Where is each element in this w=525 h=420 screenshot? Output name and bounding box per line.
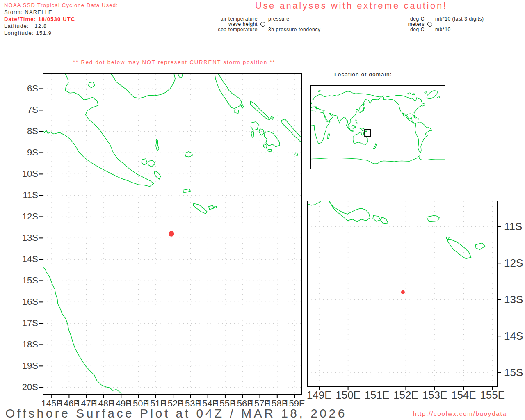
coastline-png-mainland xyxy=(43,74,154,187)
lat-tick-label: 17S xyxy=(5,318,38,329)
coastline-new-guinea-world xyxy=(360,128,368,132)
lat-tick-label: 11S xyxy=(5,190,38,201)
world-map-border xyxy=(311,85,445,169)
legend-sea-temp-label: sea temperature xyxy=(204,27,258,32)
legend-units-left-column: deg C meters deg C xyxy=(371,16,425,32)
coastline-eurasia xyxy=(311,91,382,127)
inset-zoom-map xyxy=(308,201,497,386)
domain-map-title: Location of domain: xyxy=(334,71,392,78)
lat-tick-label: 12S xyxy=(5,211,38,222)
legend-left-column: air temperature wave height sea temperat… xyxy=(204,16,258,32)
caution-title: Use analyses with extreme caution! xyxy=(255,0,447,11)
legend-wave-height-label: wave height xyxy=(204,22,258,27)
legend-degc-label-1: deg C xyxy=(371,16,425,22)
storm-name-line: Storm: NARELLE xyxy=(4,9,118,16)
legend-mb10-digits-label: mb*10 (last 3 digits) xyxy=(435,16,484,22)
domain-location-box xyxy=(365,130,370,137)
legend-right-column: pressure 3h pressure tendency xyxy=(268,16,320,32)
legend-air-temp-label: air temperature xyxy=(204,16,258,22)
lat-tick-label: 15S xyxy=(5,275,38,286)
coastline-australia-queensland xyxy=(43,267,122,395)
tick-label: 155E xyxy=(474,389,511,401)
lat-tick-label: 10S xyxy=(5,169,38,179)
lat-tick-label: 19S xyxy=(5,361,38,371)
coastline-asian-islands xyxy=(311,97,440,149)
coastline-new-britain xyxy=(111,74,183,98)
storm-position-warning: ** Red dot below may NOT represent CURRE… xyxy=(73,59,276,65)
storm-position-dot xyxy=(169,231,174,237)
longitude-line: Longitude: 151.9 xyxy=(4,30,118,37)
coastline-choiseul xyxy=(250,101,273,120)
tick-label: 15S xyxy=(504,366,523,379)
source-url: http://coolwx.com/buoydata xyxy=(413,410,507,417)
tick-label: 13S xyxy=(504,293,523,306)
coastline-louisiade-islands xyxy=(183,189,217,214)
inset-map-coastlines xyxy=(306,200,485,258)
world-domain-map xyxy=(311,85,445,169)
station-model-legend-units: deg C meters deg C mb*10 (last 3 digits)… xyxy=(371,16,484,32)
coastline-kiriwina-woodlark xyxy=(156,139,193,157)
inset-storm-position-dot xyxy=(401,290,405,294)
lat-tick-label: 6S xyxy=(5,83,38,94)
station-model-legend-names: air temperature wave height sea temperat… xyxy=(204,16,320,32)
legend-units-right-column: mb*10 (last 3 digits) mb*10 xyxy=(435,16,484,32)
coastline-inset-png-tail xyxy=(306,200,370,221)
main-map xyxy=(43,74,301,395)
legend-mb10-label: mb*10 xyxy=(435,27,484,32)
coastline-africa xyxy=(311,110,330,144)
coastline-inset-tagula xyxy=(447,239,471,259)
storm-info-block: NOAA SSD Tropical Cyclone Data Used: Sto… xyxy=(4,2,118,37)
coastline-bougainville xyxy=(215,74,242,108)
lat-tick-label: 8S xyxy=(5,126,38,137)
coastline-inset-engineer-islands xyxy=(373,216,388,224)
world-coastlines xyxy=(311,90,445,164)
coastline-new-georgia-group xyxy=(251,122,298,156)
legend-pressure-label: pressure xyxy=(268,16,320,22)
coastline-shortland-fauro xyxy=(235,104,244,113)
legend-meters-label: meters xyxy=(371,22,425,27)
tick-label: 14S xyxy=(504,330,523,342)
inset-map-ticks xyxy=(319,226,501,390)
legend-units-blank-row xyxy=(435,22,484,27)
coastline-inset-rossel xyxy=(475,243,485,249)
legend-pressure-tendency-label: 3h pressure tendency xyxy=(268,27,320,32)
coastline-inset-misima xyxy=(427,215,449,240)
station-circle-icon xyxy=(427,22,432,27)
lat-tick-label: 20S xyxy=(5,382,38,393)
data-source-line: NOAA SSD Tropical Cyclone Data Used: xyxy=(4,2,118,9)
lat-tick-label: 13S xyxy=(5,233,38,243)
lat-tick-label: 7S xyxy=(5,105,38,115)
lat-tick-label: 16S xyxy=(5,297,38,307)
datetime-line: Date/Time: 18/0530 UTC xyxy=(4,16,118,23)
lat-tick-label: 14S xyxy=(5,254,38,265)
coastline-antarctica xyxy=(311,156,445,164)
coastline-australia-world xyxy=(353,132,368,145)
lat-tick-label: 9S xyxy=(5,147,38,158)
legend-blank-row xyxy=(268,22,320,27)
legend-degc-label-2: deg C xyxy=(371,27,425,32)
latitude-line: Latitude: −12.8 xyxy=(4,23,118,30)
lat-tick-label: 18S xyxy=(5,339,38,350)
coastline-dentrecasteaux xyxy=(142,159,161,179)
coastline-umboi-island xyxy=(89,82,95,88)
buoy-plot-page: { "page": { "width": 1280, "height": 102… xyxy=(0,0,525,420)
station-circle-icon xyxy=(260,22,265,27)
tick-label: 12S xyxy=(504,257,523,269)
main-map-ticks xyxy=(39,89,294,398)
tick-label: 11S xyxy=(504,220,522,233)
